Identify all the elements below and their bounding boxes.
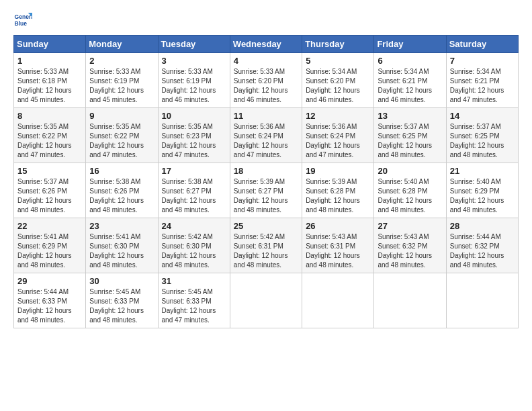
header: General Blue: [13, 11, 519, 30]
day-number: 20: [378, 166, 442, 176]
day-number: 12: [306, 111, 370, 121]
col-header-saturday: Saturday: [446, 36, 518, 53]
col-header-sunday: Sunday: [14, 36, 86, 53]
day-info: Sunrise: 5:43 AMSunset: 6:32 PMDaylight:…: [378, 233, 432, 269]
day-number: 30: [89, 276, 154, 286]
svg-text:General: General: [15, 13, 32, 20]
day-info: Sunrise: 5:42 AMSunset: 6:31 PMDaylight:…: [234, 233, 288, 269]
calendar-cell: [374, 273, 446, 328]
day-number: 9: [89, 111, 154, 121]
day-info: Sunrise: 5:33 AMSunset: 6:19 PMDaylight:…: [89, 68, 144, 103]
calendar-cell: 25 Sunrise: 5:42 AMSunset: 6:31 PMDaylig…: [230, 218, 302, 273]
calendar-cell: 9 Sunrise: 5:35 AMSunset: 6:22 PMDayligh…: [86, 108, 158, 163]
calendar-week-3: 15 Sunrise: 5:37 AMSunset: 6:26 PMDaylig…: [14, 163, 519, 218]
day-number: 19: [306, 166, 370, 176]
page: General Blue SundayMondayTuesdayWednesda…: [0, 0, 532, 411]
day-info: Sunrise: 5:39 AMSunset: 6:28 PMDaylight:…: [306, 178, 360, 214]
calendar-week-4: 22 Sunrise: 5:41 AMSunset: 6:29 PMDaylig…: [14, 218, 519, 273]
col-header-wednesday: Wednesday: [230, 36, 302, 53]
calendar-cell: 4 Sunrise: 5:33 AMSunset: 6:20 PMDayligh…: [230, 53, 302, 108]
day-number: 28: [450, 221, 515, 231]
calendar-cell: 18 Sunrise: 5:39 AMSunset: 6:27 PMDaylig…: [230, 163, 302, 218]
day-number: 1: [17, 56, 82, 66]
day-number: 22: [17, 221, 82, 231]
calendar: SundayMondayTuesdayWednesdayThursdayFrid…: [13, 35, 519, 328]
day-number: 27: [378, 221, 442, 231]
day-info: Sunrise: 5:44 AMSunset: 6:33 PMDaylight:…: [17, 288, 72, 324]
calendar-cell: 31 Sunrise: 5:45 AMSunset: 6:33 PMDaylig…: [158, 273, 230, 328]
day-number: 18: [234, 166, 298, 176]
day-info: Sunrise: 5:35 AMSunset: 6:22 PMDaylight:…: [17, 123, 72, 158]
day-info: Sunrise: 5:41 AMSunset: 6:29 PMDaylight:…: [17, 233, 72, 269]
calendar-cell: 8 Sunrise: 5:35 AMSunset: 6:22 PMDayligh…: [14, 108, 86, 163]
day-number: 7: [450, 56, 515, 66]
day-info: Sunrise: 5:37 AMSunset: 6:25 PMDaylight:…: [378, 123, 432, 158]
calendar-cell: 30 Sunrise: 5:45 AMSunset: 6:33 PMDaylig…: [86, 273, 158, 328]
col-header-thursday: Thursday: [302, 36, 374, 53]
day-number: 8: [17, 111, 82, 121]
day-number: 3: [162, 56, 226, 66]
calendar-cell: 13 Sunrise: 5:37 AMSunset: 6:25 PMDaylig…: [374, 108, 446, 163]
day-number: 17: [162, 166, 226, 176]
calendar-cell: 23 Sunrise: 5:41 AMSunset: 6:30 PMDaylig…: [86, 218, 158, 273]
calendar-cell: [302, 273, 374, 328]
day-info: Sunrise: 5:33 AMSunset: 6:19 PMDaylight:…: [162, 68, 216, 103]
calendar-cell: 7 Sunrise: 5:34 AMSunset: 6:21 PMDayligh…: [446, 53, 518, 108]
day-info: Sunrise: 5:37 AMSunset: 6:26 PMDaylight:…: [17, 178, 72, 214]
day-info: Sunrise: 5:33 AMSunset: 6:20 PMDaylight:…: [234, 68, 288, 103]
day-info: Sunrise: 5:44 AMSunset: 6:32 PMDaylight:…: [450, 233, 504, 269]
day-info: Sunrise: 5:36 AMSunset: 6:24 PMDaylight:…: [234, 123, 288, 158]
day-info: Sunrise: 5:41 AMSunset: 6:30 PMDaylight:…: [89, 233, 144, 269]
day-number: 10: [162, 111, 226, 121]
day-info: Sunrise: 5:35 AMSunset: 6:23 PMDaylight:…: [162, 123, 216, 158]
day-number: 6: [378, 56, 442, 66]
calendar-cell: 21 Sunrise: 5:40 AMSunset: 6:29 PMDaylig…: [446, 163, 518, 218]
calendar-cell: 22 Sunrise: 5:41 AMSunset: 6:29 PMDaylig…: [14, 218, 86, 273]
calendar-cell: 2 Sunrise: 5:33 AMSunset: 6:19 PMDayligh…: [86, 53, 158, 108]
day-number: 15: [17, 166, 82, 176]
svg-text:Blue: Blue: [15, 20, 28, 27]
calendar-cell: 27 Sunrise: 5:43 AMSunset: 6:32 PMDaylig…: [374, 218, 446, 273]
calendar-cell: 14 Sunrise: 5:37 AMSunset: 6:25 PMDaylig…: [446, 108, 518, 163]
calendar-cell: 17 Sunrise: 5:38 AMSunset: 6:27 PMDaylig…: [158, 163, 230, 218]
calendar-cell: 12 Sunrise: 5:36 AMSunset: 6:24 PMDaylig…: [302, 108, 374, 163]
day-info: Sunrise: 5:40 AMSunset: 6:29 PMDaylight:…: [450, 178, 504, 214]
calendar-cell: 6 Sunrise: 5:34 AMSunset: 6:21 PMDayligh…: [374, 53, 446, 108]
day-number: 2: [89, 56, 154, 66]
day-number: 29: [17, 276, 82, 286]
day-info: Sunrise: 5:33 AMSunset: 6:18 PMDaylight:…: [17, 68, 72, 103]
calendar-cell: 11 Sunrise: 5:36 AMSunset: 6:24 PMDaylig…: [230, 108, 302, 163]
day-info: Sunrise: 5:38 AMSunset: 6:27 PMDaylight:…: [162, 178, 216, 214]
day-info: Sunrise: 5:38 AMSunset: 6:26 PMDaylight:…: [89, 178, 144, 214]
day-number: 21: [450, 166, 515, 176]
day-info: Sunrise: 5:35 AMSunset: 6:22 PMDaylight:…: [89, 123, 144, 158]
day-info: Sunrise: 5:36 AMSunset: 6:24 PMDaylight:…: [306, 123, 360, 158]
day-number: 13: [378, 111, 442, 121]
col-header-monday: Monday: [86, 36, 158, 53]
day-number: 31: [162, 276, 226, 286]
calendar-cell: 3 Sunrise: 5:33 AMSunset: 6:19 PMDayligh…: [158, 53, 230, 108]
day-number: 4: [234, 56, 298, 66]
day-number: 25: [234, 221, 298, 231]
calendar-cell: 29 Sunrise: 5:44 AMSunset: 6:33 PMDaylig…: [14, 273, 86, 328]
day-info: Sunrise: 5:42 AMSunset: 6:30 PMDaylight:…: [162, 233, 216, 269]
calendar-week-5: 29 Sunrise: 5:44 AMSunset: 6:33 PMDaylig…: [14, 273, 519, 328]
calendar-cell: 20 Sunrise: 5:40 AMSunset: 6:28 PMDaylig…: [374, 163, 446, 218]
day-info: Sunrise: 5:34 AMSunset: 6:20 PMDaylight:…: [306, 68, 360, 103]
calendar-cell: 16 Sunrise: 5:38 AMSunset: 6:26 PMDaylig…: [86, 163, 158, 218]
logo-icon: General Blue: [13, 11, 32, 30]
day-info: Sunrise: 5:39 AMSunset: 6:27 PMDaylight:…: [234, 178, 288, 214]
calendar-cell: 24 Sunrise: 5:42 AMSunset: 6:30 PMDaylig…: [158, 218, 230, 273]
day-info: Sunrise: 5:45 AMSunset: 6:33 PMDaylight:…: [89, 288, 144, 324]
day-info: Sunrise: 5:45 AMSunset: 6:33 PMDaylight:…: [162, 288, 216, 324]
calendar-week-1: 1 Sunrise: 5:33 AMSunset: 6:18 PMDayligh…: [14, 53, 519, 108]
calendar-week-2: 8 Sunrise: 5:35 AMSunset: 6:22 PMDayligh…: [14, 108, 519, 163]
calendar-cell: 10 Sunrise: 5:35 AMSunset: 6:23 PMDaylig…: [158, 108, 230, 163]
calendar-cell: 19 Sunrise: 5:39 AMSunset: 6:28 PMDaylig…: [302, 163, 374, 218]
day-info: Sunrise: 5:34 AMSunset: 6:21 PMDaylight:…: [450, 68, 504, 103]
calendar-cell: 28 Sunrise: 5:44 AMSunset: 6:32 PMDaylig…: [446, 218, 518, 273]
day-number: 5: [306, 56, 370, 66]
day-info: Sunrise: 5:34 AMSunset: 6:21 PMDaylight:…: [378, 68, 432, 103]
day-number: 11: [234, 111, 298, 121]
day-number: 26: [306, 221, 370, 231]
